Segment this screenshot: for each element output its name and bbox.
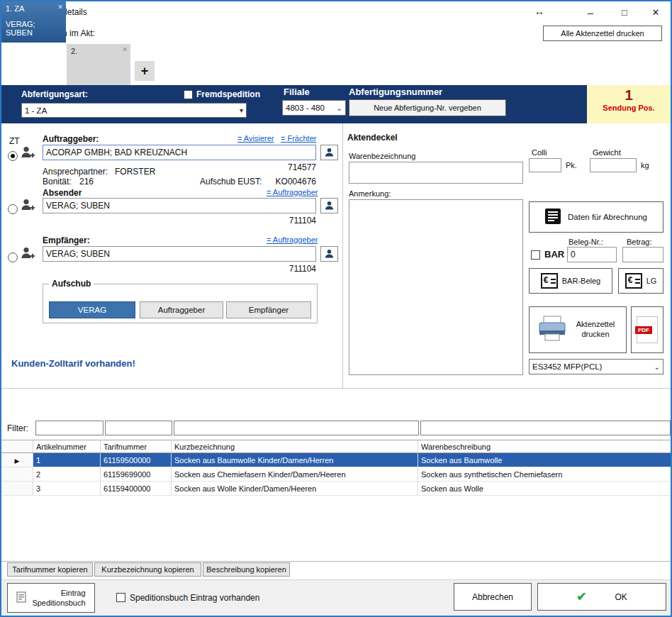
bar-label: BAR	[544, 249, 564, 260]
beleg-nr-label: Beleg-Nr.:	[569, 238, 603, 246]
minimize-button[interactable]: –	[576, 1, 605, 23]
beleg-nr-input[interactable]	[567, 247, 617, 262]
warenbezeichnung-input[interactable]	[349, 162, 523, 184]
contact-person-icon	[324, 248, 335, 260]
contact-person-icon	[324, 200, 335, 212]
absender-label: Absender	[43, 188, 82, 198]
table-header-row: Artikelnummer Tarifnummer Kurzbezeichnun…	[1, 440, 671, 453]
abfertigungsart-label: Abfertigungsart:	[21, 89, 88, 99]
absender-radio[interactable]	[8, 204, 18, 214]
table-row[interactable]: 2 61159699000 Socken aus Chemiefasern Ki…	[1, 467, 671, 482]
colli-input[interactable]	[529, 158, 561, 172]
person-add-icon[interactable]	[20, 145, 35, 162]
empfaenger-auftraggeber-link[interactable]: = Auftraggeber	[267, 235, 318, 244]
bonitaet-label: Bonität:	[43, 177, 72, 187]
bar-checkbox[interactable]	[531, 250, 540, 260]
title-bar: Sendungsdetails ↔ – □ ✕	[1, 1, 671, 23]
maximize-button[interactable]: □	[610, 1, 639, 23]
absender-contact-button[interactable]	[320, 198, 338, 213]
filiale-select[interactable]: 4803 - 480 ⌄	[282, 100, 346, 116]
aktenzettel-drucken-button[interactable]: Aktenzettel drucken	[529, 306, 627, 353]
bar-beleg-button[interactable]: € BAR-Beleg	[529, 268, 612, 294]
main-bottom-divider	[1, 388, 671, 389]
pdf-icon: PDF	[637, 316, 658, 343]
person-add-icon[interactable]	[20, 197, 35, 215]
col-kurzbezeichnung[interactable]: Kurzbezeichnung	[172, 440, 418, 452]
col-artikelnummer[interactable]: Artikelnummer	[33, 440, 101, 452]
filter-warenbeschreibung-input[interactable]	[420, 421, 671, 435]
auftraggeber-label: Auftraggeber:	[43, 134, 99, 144]
aufschub-eust-value: KO004676	[267, 177, 316, 187]
person-add-icon[interactable]	[20, 245, 35, 263]
aufschub-empfaenger-button[interactable]: Empfänger	[226, 301, 311, 318]
betrag-input[interactable]	[622, 247, 663, 262]
tab2-close-icon[interactable]: ✕	[122, 46, 128, 53]
printer-select[interactable]: ES3452 MFP(PCL) ⌄	[529, 359, 663, 374]
filter-kurzbezeichnung-input[interactable]	[174, 421, 419, 435]
ok-check-icon: ✔	[576, 589, 586, 604]
absender-input[interactable]	[43, 198, 316, 213]
empfaenger-contact-button[interactable]	[320, 246, 338, 262]
gewicht-input[interactable]	[590, 158, 637, 172]
ok-button[interactable]: ✔ OK	[537, 583, 666, 611]
empfaenger-label: Empfänger:	[43, 235, 90, 245]
speditionsbuch-checkbox-label: Speditionsbuch Eintrag vorhanden	[130, 593, 259, 603]
empfaenger-radio[interactable]	[8, 252, 18, 262]
col-tarifnummer[interactable]: Tarifnummer	[101, 440, 172, 452]
tab-sendung-2[interactable]: 2. ✕	[67, 44, 130, 85]
warenbezeichnung-label: Warenbezeichnung	[349, 152, 415, 160]
neue-abfertigungsnr-button[interactable]: Neue Abfertigung-Nr. vergeben	[349, 99, 506, 116]
tab-sendung-1[interactable]: 1. ZA ✕ VERAG; SUBEN	[1, 1, 66, 43]
pdf-export-button[interactable]: PDF	[631, 306, 663, 353]
contact-person-icon	[324, 147, 335, 159]
add-tab-button[interactable]: +	[135, 61, 155, 81]
gewicht-unit: kg	[641, 161, 649, 169]
chevron-down-icon: ⌄	[654, 363, 660, 371]
document-icon	[16, 591, 26, 604]
speditionsbuch-checkbox[interactable]	[116, 593, 125, 602]
fraechter-link[interactable]: = Frächter	[281, 134, 316, 143]
chevron-down-icon: ⌄	[337, 104, 342, 112]
current-row-marker-icon: ▶	[15, 457, 20, 465]
avisierer-link[interactable]: = Avisierer	[237, 134, 274, 143]
fremdspedition-checkbox[interactable]	[184, 90, 193, 99]
ansprechpartner-label: Ansprechpartner:	[43, 167, 108, 177]
empfaenger-input[interactable]	[43, 246, 316, 262]
aufschub-verag-button[interactable]: VERAG	[49, 301, 135, 318]
auftraggeber-input[interactable]	[43, 145, 316, 160]
lg-button[interactable]: € LG	[618, 268, 663, 294]
kunden-zolltarif-note: Kunden-Zolltarif vorhanden!	[11, 358, 135, 369]
print-all-aktenzettel-button[interactable]: Alle Aktenzettel drucken	[543, 26, 662, 41]
colli-label: Colli	[532, 148, 547, 157]
anmerkung-label: Anmerkung:	[349, 189, 391, 198]
eintrag-speditionsbuch-button[interactable]: Eintrag Speditionsbuch	[7, 583, 95, 613]
col-warenbeschreibung[interactable]: Warenbeschreibung	[418, 440, 671, 452]
filter-artikelnummer-input[interactable]	[35, 421, 103, 435]
aufschub-auftraggeber-button[interactable]: Auftraggeber	[140, 301, 223, 318]
dropdown-arrow-icon: ▾	[240, 106, 243, 114]
abfertigungsart-select[interactable]: 1 - ZA ▾	[21, 103, 247, 118]
auftraggeber-contact-button[interactable]	[320, 145, 338, 160]
euro-receipt-icon: €	[625, 273, 642, 289]
tarifnummer-kopieren-button[interactable]: Tarifnummer kopieren	[7, 562, 93, 577]
close-button[interactable]: ✕	[641, 1, 671, 23]
sendung-pos-panel: 1 Sendung Pos.	[587, 85, 671, 123]
table-row[interactable]: 3 61159400000 Socken aus Wolle Kinder/Da…	[1, 482, 671, 496]
daten-abrechnung-button[interactable]: Daten für Abrechnung	[529, 201, 663, 233]
beschreibung-kopieren-button[interactable]: Beschreibung kopieren	[203, 562, 290, 577]
gewicht-label: Gewicht	[593, 148, 621, 157]
aufschub-eust-label: Aufschub EUST:	[200, 177, 262, 187]
kurzbezeichnung-kopieren-button[interactable]: Kurzbezeichnung kopieren	[94, 562, 201, 577]
panel-divider	[342, 123, 343, 388]
auftraggeber-radio[interactable]	[8, 151, 18, 161]
abbrechen-button[interactable]: Abbrechen	[454, 583, 532, 611]
filter-label: Filter:	[7, 423, 28, 433]
table-bottom-border	[1, 561, 671, 562]
filter-tarifnummer-input[interactable]	[105, 421, 172, 435]
resize-icon[interactable]: ↔	[534, 6, 544, 17]
absender-auftraggeber-link[interactable]: = Auftraggeber	[267, 188, 318, 196]
tab1-close-icon[interactable]: ✕	[57, 4, 63, 11]
anmerkung-textarea[interactable]	[349, 199, 523, 375]
betrag-label: Betrag:	[627, 238, 651, 246]
table-row[interactable]: ▶ 1 61159500000 Socken aus Baumwolle Kin…	[1, 453, 671, 467]
